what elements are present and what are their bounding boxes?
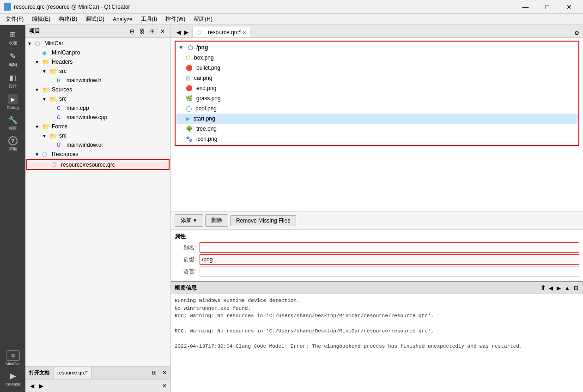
open-docs-close-btn[interactable]: ✕ xyxy=(160,368,169,377)
main-container: ⊞ 欢迎 ✎ 编辑 ◧ 设计 ▶ Debug 🔧 项目 ? 帮助 🖥 MiniC… xyxy=(0,25,583,392)
maximize-button[interactable]: □ xyxy=(537,0,558,13)
sidebar-item-project[interactable]: 🔧 项目 xyxy=(1,113,24,133)
design-icon: ◧ xyxy=(8,72,18,83)
grass-label: grass.png xyxy=(196,95,221,102)
panel-nav-right[interactable]: ▶ xyxy=(36,381,46,391)
tab-nav-left[interactable]: ◀ xyxy=(175,28,182,36)
panel-split-btn[interactable]: ⊞ xyxy=(148,27,157,36)
menu-controls[interactable]: 控件(W) xyxy=(162,14,189,24)
sidebar-item-minicar[interactable]: 🖥 MiniCar xyxy=(1,349,24,368)
delete-button[interactable]: 删除 xyxy=(205,214,228,227)
group-arrow-icon: ▼ xyxy=(178,44,184,51)
open-docs-split-btn[interactable]: ⊞ xyxy=(150,368,158,377)
release-label: Release xyxy=(5,382,20,386)
sidebar-item-welcome[interactable]: ⊞ 欢迎 xyxy=(1,27,24,48)
pool-label: pool.png xyxy=(195,105,217,112)
tab-resource-qrc[interactable]: ⬡ resource.qrc* ✕ xyxy=(192,27,250,37)
editor-area: ◀ ▶ ⬡ resource.qrc* ✕ ⚙ ▼ ⬡ xyxy=(171,25,583,392)
tree-item-mainwindow-ui[interactable]: U mainwindow.ui xyxy=(25,140,170,150)
sidebar-item-help[interactable]: ? 帮助 xyxy=(1,134,24,154)
headers-label: Headers xyxy=(52,59,73,65)
tree-item-resource-qrc[interactable]: ⬡ resource\resource.qrc xyxy=(26,159,170,170)
panel-nav-left[interactable]: ◀ xyxy=(27,381,36,391)
menu-help[interactable]: 帮助(H) xyxy=(190,14,216,24)
res-file-grass[interactable]: 🌿 grass.png xyxy=(176,93,577,103)
res-file-pool[interactable]: ◯ pool.png xyxy=(176,103,577,114)
pool-icon: ◯ xyxy=(186,105,192,112)
sidebar-item-edit[interactable]: ✎ 编辑 xyxy=(1,49,24,70)
menu-edit[interactable]: 编辑(E) xyxy=(28,14,54,24)
res-file-end[interactable]: 🔴 end.png xyxy=(176,83,577,93)
end-icon: 🔴 xyxy=(186,85,193,91)
menu-analyze[interactable]: Analyze xyxy=(109,15,136,24)
debug-icon: ▶ xyxy=(8,94,18,104)
tree-item-main-cpp[interactable]: C main.cpp xyxy=(25,103,170,113)
open-doc-resource-qrc[interactable]: resource.qrc* xyxy=(54,367,91,379)
minimize-button[interactable]: — xyxy=(515,0,536,13)
res-file-car[interactable]: ◎ car.png xyxy=(176,73,577,83)
tree-item-forms[interactable]: ▼ 📁 Forms xyxy=(25,122,170,131)
mainwindow-ui-label: mainwindow.ui xyxy=(67,142,103,148)
sidebar-item-release[interactable]: ▶ Release xyxy=(1,369,24,388)
res-file-lcon[interactable]: 🐾 lcon.png xyxy=(176,134,577,144)
project-label: 项目 xyxy=(9,126,17,132)
menu-tools[interactable]: 工具(I) xyxy=(137,14,161,24)
tree-item-sources[interactable]: ▼ 📁 Sources xyxy=(25,85,170,94)
window-controls[interactable]: — □ ✕ xyxy=(515,0,579,13)
panel-filter-btn[interactable]: ⊟ xyxy=(128,27,136,36)
panel-bottom-close[interactable]: ✕ xyxy=(160,382,169,390)
tab-nav-right[interactable]: ▶ xyxy=(182,28,190,36)
pro-file-icon: ◈ xyxy=(42,49,50,56)
res-file-bullet[interactable]: 🔴 bullet.png xyxy=(176,63,577,73)
prop-row-prefix: 前缀: xyxy=(175,254,579,265)
prefix-input[interactable] xyxy=(200,254,579,265)
resource-qrc-label: resource\resource.qrc xyxy=(61,162,115,168)
forms-src-icon: 📁 xyxy=(49,133,58,139)
title-bar-left: resource.qrc (resource @ MiniCar) - Qt C… xyxy=(4,3,130,11)
alias-input[interactable] xyxy=(200,242,579,253)
panel-link-btn[interactable]: ⛓ xyxy=(138,27,146,36)
add-button[interactable]: 添加 ▼ xyxy=(175,214,203,227)
tree-file-icon: 🌳 xyxy=(186,126,193,132)
sidebar-item-design[interactable]: ◧ 设计 xyxy=(1,71,24,91)
ui-file-icon: U xyxy=(57,142,65,148)
welcome-label: 欢迎 xyxy=(9,40,17,46)
remove-missing-button[interactable]: Remove Missing Files xyxy=(230,215,296,226)
tree-item-headers[interactable]: ▼ 📁 Headers xyxy=(25,57,170,66)
help-label: 帮助 xyxy=(9,146,17,152)
tab-bar-settings[interactable]: ⚙ xyxy=(572,29,581,37)
res-properties: 属性 别名: 前缀: 语言: xyxy=(171,230,583,281)
tab-bar: ◀ ▶ ⬡ resource.qrc* ✕ ⚙ xyxy=(171,25,583,38)
start-icon: ▶ xyxy=(186,115,190,122)
tree-item-minicar[interactable]: ▼ ⬡ MiniCar xyxy=(25,39,170,48)
project-panel: 项目 ⊟ ⛓ ⊞ ✕ ▼ ⬡ MiniCar ◈ MiniCar.pro xyxy=(25,25,171,392)
output-collapse-btn[interactable]: ▲ xyxy=(564,284,571,292)
sidebar-item-debug[interactable]: ▶ Debug xyxy=(1,92,24,112)
menu-build[interactable]: 构建(B) xyxy=(55,14,81,24)
project-panel-header: 项目 ⊟ ⛓ ⊞ ✕ xyxy=(25,25,170,38)
qrc-file-icon: ⬡ xyxy=(51,161,60,168)
tab-resource-qrc-close[interactable]: ✕ xyxy=(243,30,246,35)
tree-item-headers-src[interactable]: ▼ 📁 src xyxy=(25,66,170,76)
output-next-btn[interactable]: ▶ xyxy=(556,284,562,292)
output-line-6 xyxy=(175,335,579,343)
tree-item-mainwindow-h[interactable]: H mainwindow.h xyxy=(25,76,170,85)
res-file-start[interactable]: ▶ start.png xyxy=(176,114,577,124)
res-file-box[interactable]: ⬡ box.png xyxy=(176,53,577,63)
close-button[interactable]: ✕ xyxy=(559,0,579,13)
menu-debug[interactable]: 调试(D) xyxy=(82,14,108,24)
language-input[interactable] xyxy=(200,266,579,277)
tree-item-minicar-pro[interactable]: ◈ MiniCar.pro xyxy=(25,48,170,57)
menu-file[interactable]: 文件(F) xyxy=(2,14,27,24)
panel-close-btn[interactable]: ✕ xyxy=(158,27,167,36)
output-maximize-btn[interactable]: ⊡ xyxy=(573,284,579,292)
tree-item-sources-src[interactable]: ▼ 📁 src xyxy=(25,94,170,103)
res-group-header[interactable]: ▼ ⬡ /png xyxy=(176,42,577,53)
output-prev-btn[interactable]: ◀ xyxy=(548,284,554,292)
headers-src-icon: 📁 xyxy=(49,68,58,75)
res-file-tree[interactable]: 🌳 tree.png xyxy=(176,124,577,134)
tree-item-mainwindow-cpp[interactable]: C mainwindow.cpp xyxy=(25,113,170,122)
tree-item-resources[interactable]: ▼ ⬡ Resources xyxy=(25,150,170,159)
prop-section-title: 属性 xyxy=(175,233,579,241)
tree-item-forms-src[interactable]: ▼ 📁 src xyxy=(25,131,170,140)
